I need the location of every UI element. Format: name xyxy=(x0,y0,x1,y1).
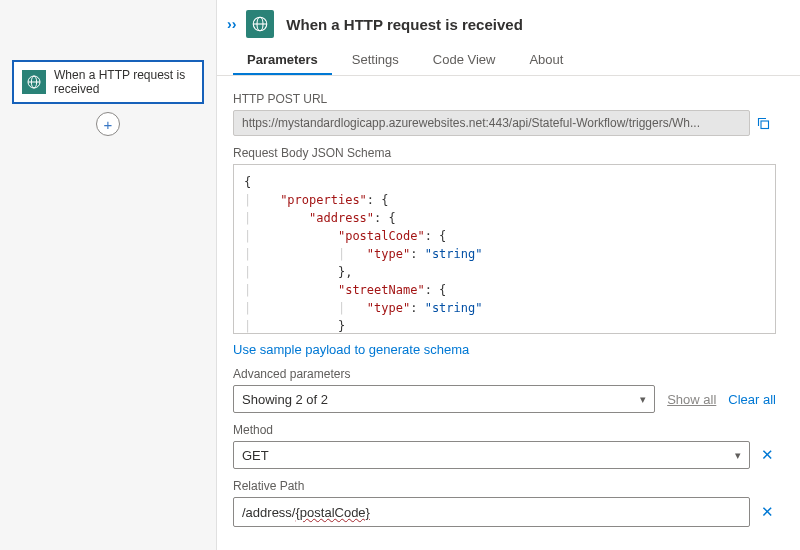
collapse-panel-button[interactable]: ›› xyxy=(227,16,236,32)
advanced-params-label: Advanced parameters xyxy=(233,367,776,381)
add-step-button[interactable]: + xyxy=(96,112,120,136)
trigger-node[interactable]: When a HTTP request is received xyxy=(12,60,204,104)
designer-canvas: When a HTTP request is received + xyxy=(0,0,217,550)
remove-relative-path-button[interactable]: ✕ xyxy=(758,503,776,521)
chevron-down-icon: ▾ xyxy=(640,393,646,406)
svg-rect-6 xyxy=(761,121,769,129)
panel-title: When a HTTP request is received xyxy=(286,16,522,33)
relative-path-prefix: /address/ xyxy=(242,505,295,520)
schema-editor[interactable]: { | "properties": { | "address": { | "po… xyxy=(233,164,776,334)
advanced-params-summary: Showing 2 of 2 xyxy=(242,392,328,407)
chevron-down-icon: ▾ xyxy=(735,449,741,462)
tab-about[interactable]: About xyxy=(515,44,577,75)
relative-path-input[interactable]: /address/{postalCode} xyxy=(233,497,750,527)
tab-code-view[interactable]: Code View xyxy=(419,44,510,75)
tab-settings[interactable]: Settings xyxy=(338,44,413,75)
use-sample-payload-link[interactable]: Use sample payload to generate schema xyxy=(233,342,469,357)
details-panel: ›› When a HTTP request is received Param… xyxy=(217,0,800,550)
tab-parameters[interactable]: Parameters xyxy=(233,44,332,75)
http-post-url-field[interactable]: https://mystandardlogicapp.azurewebsites… xyxy=(233,110,750,136)
panel-tabs: Parameters Settings Code View About xyxy=(217,44,800,76)
method-label: Method xyxy=(233,423,776,437)
method-select[interactable]: GET ▾ xyxy=(233,441,750,469)
copy-url-button[interactable] xyxy=(750,110,776,136)
relative-path-label: Relative Path xyxy=(233,479,776,493)
show-all-link[interactable]: Show all xyxy=(667,392,716,407)
schema-label: Request Body JSON Schema xyxy=(233,146,776,160)
url-label: HTTP POST URL xyxy=(233,92,776,106)
clear-all-link[interactable]: Clear all xyxy=(728,392,776,407)
http-trigger-icon xyxy=(246,10,274,38)
method-value: GET xyxy=(242,448,269,463)
trigger-node-label: When a HTTP request is received xyxy=(54,68,194,96)
http-trigger-icon xyxy=(22,70,46,94)
advanced-params-select[interactable]: Showing 2 of 2 ▾ xyxy=(233,385,655,413)
remove-method-button[interactable]: ✕ xyxy=(758,446,776,464)
relative-path-param: {postalCode} xyxy=(295,505,369,520)
